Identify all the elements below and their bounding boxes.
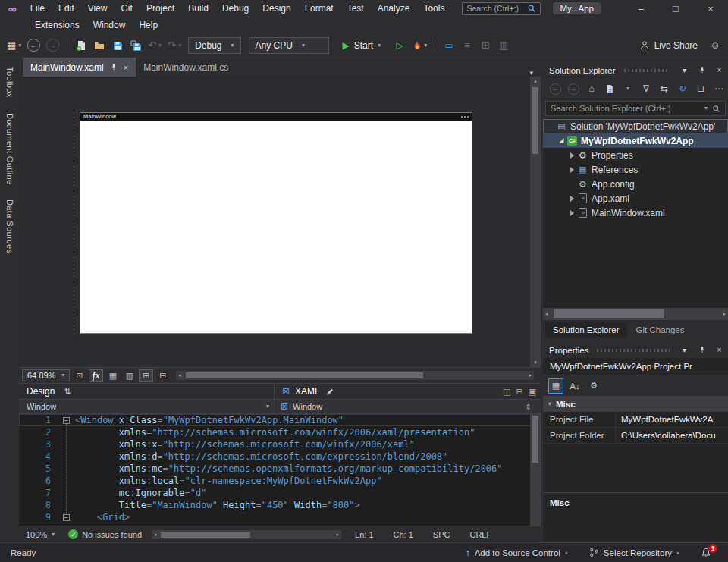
code-line-5[interactable]: 5 xmlns:mc="http://schemas.openxmlformat… — [19, 463, 541, 475]
align-centers-icon[interactable]: ⊞ — [477, 36, 494, 55]
menu-build[interactable]: Build — [181, 1, 215, 16]
fold-marker[interactable]: − — [58, 414, 75, 426]
vertical-split-icon[interactable]: ◫ — [503, 387, 510, 397]
pin-icon[interactable] — [110, 63, 118, 71]
properties-object-name[interactable]: MyWpfDotnetFwkWv2App Project Pr — [543, 358, 728, 375]
xaml-breadcrumb[interactable]: ⊠ Window ⇕ — [274, 400, 541, 413]
alphabetical-sort-icon[interactable]: A↓ — [567, 378, 582, 394]
code-line-3[interactable]: 3 xmlns:x="http://schemas.microsoft.com/… — [19, 438, 541, 451]
editor-vertical-scrollbar[interactable] — [530, 414, 541, 526]
menu-design[interactable]: Design — [256, 1, 297, 16]
menu-window[interactable]: Window — [86, 17, 133, 33]
property-value[interactable]: MyWpfDotnetFwkWv2A — [616, 412, 728, 427]
tree-item-solution-mywpfdotnetfwkwv2app[interactable]: ▤Solution 'MyWpfDotnetFwkWv2App' — [543, 119, 728, 133]
category-collapse-icon[interactable]: ▾ — [548, 401, 551, 407]
menu-tools[interactable]: Tools — [416, 1, 451, 16]
designer-vertical-scrollbar[interactable]: ▴ ▾ — [530, 77, 541, 367]
snap-to-grid-icon[interactable]: ▥ — [122, 369, 136, 382]
property-row-project-folder[interactable]: Project FolderC:\Users\collabera\Docu — [543, 428, 728, 444]
start-without-debugging-icon[interactable]: ▷ — [391, 36, 408, 55]
tree-item-app-xaml[interactable]: ‹›App.xaml — [543, 191, 728, 206]
search-options-icon[interactable]: ▾ — [704, 105, 708, 111]
close-panel-icon[interactable]: × — [713, 344, 726, 356]
code-line-1[interactable]: 1−<Window x:Class="MyWpfDotnetFwkWv2App.… — [19, 414, 541, 426]
property-value[interactable]: C:\Users\collabera\Docu — [616, 428, 728, 443]
menu-project[interactable]: Project — [140, 1, 181, 16]
indent-indicator[interactable]: SPC — [423, 530, 460, 539]
fold-box-icon[interactable]: − — [63, 514, 70, 521]
close-panel-icon[interactable]: × — [713, 64, 726, 77]
fold-marker[interactable]: − — [58, 511, 75, 523]
align-lefts-icon[interactable]: ≡ — [459, 36, 475, 55]
panel-menu-icon[interactable]: ▾ — [678, 344, 691, 356]
panel-grip[interactable] — [624, 69, 670, 72]
open-file-icon[interactable] — [91, 36, 108, 55]
fold-box-icon[interactable]: − — [63, 417, 70, 424]
design-window-preview[interactable]: MainWindow — [80, 112, 472, 334]
show-grid-icon[interactable]: ▦ — [105, 369, 120, 382]
add-to-source-control-button[interactable]: ↑ Add to Source Control ▴ — [466, 548, 568, 558]
navigate-back-icon[interactable]: ← — [549, 83, 561, 95]
refresh-icon[interactable]: ↻ — [676, 83, 689, 94]
target-browser-icon[interactable]: ▭ — [441, 36, 457, 55]
scrollbar-thumb[interactable] — [532, 416, 538, 463]
editor-horizontal-scrollbar[interactable]: ◂ ▸ — [152, 530, 341, 539]
menu-git[interactable]: Git — [115, 1, 140, 16]
code-line-4[interactable]: 4 xmlns:d="http://schemas.microsoft.com/… — [19, 451, 541, 463]
pin-icon[interactable] — [695, 344, 708, 356]
scope-dropdown-icon[interactable]: ▾ — [622, 86, 634, 92]
property-pages-icon[interactable]: ⚙ — [586, 378, 601, 394]
tab-mainwindow-xaml-cs[interactable]: MainWindow.xaml.cs — [136, 58, 236, 77]
redo-icon[interactable]: ↷▾ — [165, 36, 184, 55]
undo-icon[interactable]: ↶▾ — [146, 36, 164, 55]
code-line-2[interactable]: 2 xmlns="http://schemas.microsoft.com/wi… — [19, 426, 541, 438]
pencil-icon[interactable] — [325, 388, 334, 396]
filter-icon[interactable]: ∇ — [640, 83, 652, 94]
close-tab-icon[interactable]: × — [124, 63, 128, 72]
side-tab-document-outline[interactable]: Document Outline — [5, 113, 14, 184]
pin-icon[interactable] — [695, 64, 708, 77]
select-repository-button[interactable]: Select Repository ▴ — [589, 548, 679, 557]
chevron-collapsed-icon[interactable] — [567, 210, 576, 216]
tab-mainwindow-xaml[interactable]: MainWindow.xaml × — [23, 58, 136, 77]
scroll-left-icon[interactable]: ◂ — [154, 532, 157, 538]
menu-extensions[interactable]: Extensions — [28, 17, 86, 33]
tree-item-references[interactable]: ▦References — [543, 162, 728, 177]
scroll-right-icon[interactable]: ▸ — [723, 311, 726, 317]
search-box[interactable]: Search (Ctrl+;) — [462, 2, 541, 15]
panel-menu-icon[interactable]: ▾ — [678, 64, 691, 77]
tool-window-options-icon[interactable]: ▦▾ — [5, 36, 24, 55]
properties-header[interactable]: Properties ▾ × — [543, 342, 728, 358]
hot-reload-icon[interactable]: ▾ — [410, 36, 429, 55]
scrollbar-thumb[interactable] — [554, 309, 664, 318]
tree-item-properties[interactable]: ⚙Properties — [543, 148, 728, 162]
menu-edit[interactable]: Edit — [52, 1, 81, 16]
navigate-forward-icon[interactable]: → — [567, 83, 579, 95]
code-line-6[interactable]: 6 xmlns:local="clr-namespace:MyWpfDotnet… — [19, 475, 541, 487]
zoom-to-fit-icon[interactable]: ⊡ — [72, 369, 86, 382]
scroll-left-icon[interactable]: ◂ — [545, 311, 548, 317]
save-icon[interactable] — [109, 36, 126, 55]
editor-zoom-dropdown[interactable]: 100%▾ — [19, 530, 61, 539]
code-line-8[interactable]: 8 Title="MainWindow" Height="450" Width=… — [19, 499, 541, 511]
eol-indicator[interactable]: CRLF — [460, 530, 501, 539]
collapse-all-icon[interactable]: ⊟ — [695, 83, 707, 94]
design-pane-label[interactable]: Design — [27, 386, 55, 397]
send-feedback-icon[interactable]: ☺ — [707, 36, 723, 55]
start-debugging-button[interactable]: ▶Start▾ — [336, 36, 388, 55]
navigate-forward-icon[interactable]: → — [44, 36, 61, 55]
solution-explorer-horizontal-scrollbar[interactable]: ◂ ▸ — [543, 308, 728, 319]
scrollbar-thumb[interactable] — [186, 372, 422, 378]
tree-item-app-config[interactable]: ⚙App.config — [543, 177, 728, 191]
expand-pane-icon[interactable]: ▣ — [529, 387, 536, 397]
swap-panes-icon[interactable]: ⇅ — [64, 387, 71, 397]
align-tops-icon[interactable]: ▥ — [495, 36, 512, 55]
scroll-down-icon[interactable]: ▾ — [530, 358, 541, 367]
chevron-collapsed-icon[interactable] — [567, 196, 576, 202]
scroll-right-icon[interactable]: ▸ — [529, 372, 532, 378]
more-commands-icon[interactable]: ⋯ — [713, 83, 725, 94]
solution-platform-dropdown[interactable]: Any CPU▾ — [249, 37, 329, 54]
show-snaplines-icon[interactable]: ⊞ — [139, 369, 153, 382]
scroll-up-icon[interactable]: ▴ — [530, 77, 541, 86]
editor-splitter-icon[interactable]: ⇕ — [522, 403, 535, 411]
